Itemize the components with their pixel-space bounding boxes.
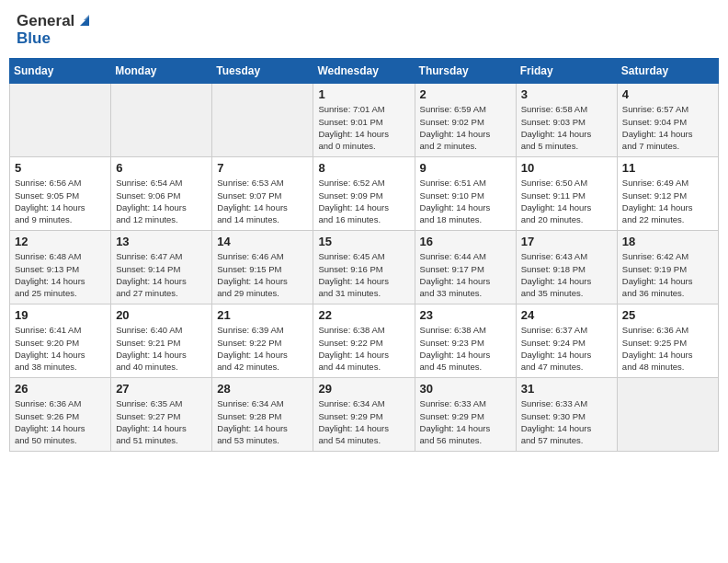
day-number: 18 (622, 235, 713, 248)
calendar-cell: 1Sunrise: 7:01 AMSunset: 9:01 PMDaylight… (313, 84, 415, 157)
day-number: 23 (420, 308, 511, 322)
logo-triangle-icon (76, 13, 93, 29)
calendar-cell: 25Sunrise: 6:36 AMSunset: 9:25 PMDayligh… (617, 304, 718, 378)
calendar-cell: 11Sunrise: 6:49 AMSunset: 9:12 PMDayligh… (617, 157, 718, 231)
calendar-week-row: 1Sunrise: 7:01 AMSunset: 9:01 PMDaylight… (10, 84, 719, 157)
day-number: 13 (116, 235, 207, 248)
day-info: Sunrise: 6:48 AMSunset: 9:13 PMDaylight:… (15, 250, 106, 299)
day-number: 28 (217, 382, 308, 396)
day-number: 22 (318, 308, 409, 322)
day-number: 30 (420, 382, 511, 396)
calendar-cell: 23Sunrise: 6:38 AMSunset: 9:23 PMDayligh… (415, 304, 516, 378)
calendar-cell: 9Sunrise: 6:51 AMSunset: 9:10 PMDaylight… (415, 157, 516, 231)
day-number: 7 (217, 161, 308, 175)
calendar-header-row: SundayMondayTuesdayWednesdayThursdayFrid… (10, 59, 719, 84)
day-info: Sunrise: 6:53 AMSunset: 9:07 PMDaylight:… (217, 177, 308, 225)
day-info: Sunrise: 6:36 AMSunset: 9:26 PMDaylight:… (15, 397, 106, 446)
calendar-cell: 5Sunrise: 6:56 AMSunset: 9:05 PMDaylight… (10, 157, 111, 231)
day-header-thursday: Thursday (415, 59, 516, 84)
day-info: Sunrise: 7:01 AMSunset: 9:01 PMDaylight:… (318, 103, 409, 152)
day-info: Sunrise: 6:37 AMSunset: 9:24 PMDaylight:… (521, 324, 612, 373)
day-info: Sunrise: 6:36 AMSunset: 9:25 PMDaylight:… (622, 324, 713, 373)
calendar-cell: 20Sunrise: 6:40 AMSunset: 9:21 PMDayligh… (111, 304, 212, 378)
calendar-cell (10, 84, 111, 157)
day-info: Sunrise: 6:34 AMSunset: 9:28 PMDaylight:… (217, 397, 308, 446)
day-info: Sunrise: 6:59 AMSunset: 9:02 PMDaylight:… (420, 103, 511, 152)
day-info: Sunrise: 6:44 AMSunset: 9:17 PMDaylight:… (420, 250, 511, 299)
calendar-week-row: 12Sunrise: 6:48 AMSunset: 9:13 PMDayligh… (10, 231, 719, 304)
day-info: Sunrise: 6:52 AMSunset: 9:09 PMDaylight:… (318, 177, 409, 225)
calendar-cell: 29Sunrise: 6:34 AMSunset: 9:29 PMDayligh… (313, 378, 415, 452)
day-number: 12 (15, 235, 106, 248)
calendar-cell: 12Sunrise: 6:48 AMSunset: 9:13 PMDayligh… (10, 231, 111, 304)
calendar-cell: 8Sunrise: 6:52 AMSunset: 9:09 PMDaylight… (313, 157, 415, 231)
day-info: Sunrise: 6:33 AMSunset: 9:30 PMDaylight:… (521, 397, 612, 446)
calendar-cell: 14Sunrise: 6:46 AMSunset: 9:15 PMDayligh… (212, 231, 313, 304)
day-info: Sunrise: 6:46 AMSunset: 9:15 PMDaylight:… (217, 250, 308, 299)
day-number: 16 (420, 235, 511, 248)
day-number: 14 (217, 235, 308, 248)
calendar-cell: 17Sunrise: 6:43 AMSunset: 9:18 PMDayligh… (516, 231, 617, 304)
day-info: Sunrise: 6:43 AMSunset: 9:18 PMDaylight:… (521, 250, 612, 299)
day-info: Sunrise: 6:38 AMSunset: 9:22 PMDaylight:… (318, 324, 409, 373)
calendar-cell: 10Sunrise: 6:50 AMSunset: 9:11 PMDayligh… (516, 157, 617, 231)
calendar-cell: 4Sunrise: 6:57 AMSunset: 9:04 PMDaylight… (617, 84, 718, 157)
logo: General Blue (17, 13, 93, 47)
calendar-cell: 21Sunrise: 6:39 AMSunset: 9:22 PMDayligh… (212, 304, 313, 378)
svg-marker-1 (84, 15, 89, 20)
day-number: 11 (622, 161, 713, 175)
day-info: Sunrise: 6:58 AMSunset: 9:03 PMDaylight:… (521, 103, 612, 152)
calendar-cell (617, 378, 718, 452)
calendar-cell: 2Sunrise: 6:59 AMSunset: 9:02 PMDaylight… (415, 84, 516, 157)
day-info: Sunrise: 6:45 AMSunset: 9:16 PMDaylight:… (318, 250, 409, 299)
calendar-table: SundayMondayTuesdayWednesdayThursdayFrid… (9, 58, 719, 452)
day-header-wednesday: Wednesday (313, 59, 415, 84)
day-info: Sunrise: 6:54 AMSunset: 9:06 PMDaylight:… (116, 177, 207, 225)
calendar-cell: 31Sunrise: 6:33 AMSunset: 9:30 PMDayligh… (516, 378, 617, 452)
calendar-cell: 27Sunrise: 6:35 AMSunset: 9:27 PMDayligh… (111, 378, 212, 452)
day-info: Sunrise: 6:41 AMSunset: 9:20 PMDaylight:… (15, 324, 106, 373)
logo-text: General Blue (17, 13, 93, 47)
day-header-sunday: Sunday (10, 59, 111, 84)
day-info: Sunrise: 6:42 AMSunset: 9:19 PMDaylight:… (622, 250, 713, 299)
day-info: Sunrise: 6:40 AMSunset: 9:21 PMDaylight:… (116, 324, 207, 373)
calendar-cell: 6Sunrise: 6:54 AMSunset: 9:06 PMDaylight… (111, 157, 212, 231)
day-number: 21 (217, 308, 308, 322)
day-header-saturday: Saturday (617, 59, 718, 84)
day-number: 5 (15, 161, 106, 175)
day-number: 6 (116, 161, 207, 175)
day-number: 26 (15, 382, 106, 396)
day-header-tuesday: Tuesday (212, 59, 313, 84)
calendar-week-row: 5Sunrise: 6:56 AMSunset: 9:05 PMDaylight… (10, 157, 719, 231)
day-number: 20 (116, 308, 207, 322)
calendar-cell (212, 84, 313, 157)
day-number: 15 (318, 235, 409, 248)
page-header: General Blue (9, 9, 719, 51)
day-info: Sunrise: 6:34 AMSunset: 9:29 PMDaylight:… (318, 397, 409, 446)
day-info: Sunrise: 6:33 AMSunset: 9:29 PMDaylight:… (420, 397, 511, 446)
calendar-cell: 26Sunrise: 6:36 AMSunset: 9:26 PMDayligh… (10, 378, 111, 452)
calendar-cell: 22Sunrise: 6:38 AMSunset: 9:22 PMDayligh… (313, 304, 415, 378)
calendar-cell: 30Sunrise: 6:33 AMSunset: 9:29 PMDayligh… (415, 378, 516, 452)
calendar-week-row: 19Sunrise: 6:41 AMSunset: 9:20 PMDayligh… (10, 304, 719, 378)
day-info: Sunrise: 6:35 AMSunset: 9:27 PMDaylight:… (116, 397, 207, 446)
day-number: 4 (622, 87, 713, 101)
calendar-cell (111, 84, 212, 157)
day-number: 9 (420, 161, 511, 175)
day-info: Sunrise: 6:56 AMSunset: 9:05 PMDaylight:… (15, 177, 106, 225)
day-info: Sunrise: 6:50 AMSunset: 9:11 PMDaylight:… (521, 177, 612, 225)
day-number: 2 (420, 87, 511, 101)
day-info: Sunrise: 6:38 AMSunset: 9:23 PMDaylight:… (420, 324, 511, 373)
day-header-friday: Friday (516, 59, 617, 84)
day-number: 3 (521, 87, 612, 101)
day-number: 10 (521, 161, 612, 175)
day-number: 8 (318, 161, 409, 175)
day-info: Sunrise: 6:51 AMSunset: 9:10 PMDaylight:… (420, 177, 511, 225)
calendar-cell: 7Sunrise: 6:53 AMSunset: 9:07 PMDaylight… (212, 157, 313, 231)
calendar-cell: 3Sunrise: 6:58 AMSunset: 9:03 PMDaylight… (516, 84, 617, 157)
day-number: 31 (521, 382, 612, 396)
calendar-cell: 18Sunrise: 6:42 AMSunset: 9:19 PMDayligh… (617, 231, 718, 304)
calendar-cell: 13Sunrise: 6:47 AMSunset: 9:14 PMDayligh… (111, 231, 212, 304)
day-info: Sunrise: 6:39 AMSunset: 9:22 PMDaylight:… (217, 324, 308, 373)
day-number: 1 (318, 87, 409, 101)
